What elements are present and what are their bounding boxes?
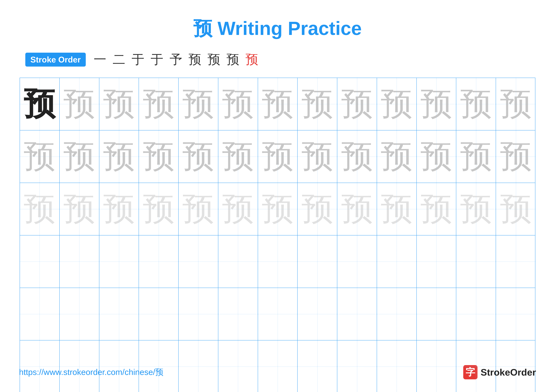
cell-2-5: 预 bbox=[179, 130, 218, 183]
cell-3-13: 预 bbox=[496, 183, 536, 235]
cell-3-4: 预 bbox=[139, 183, 179, 235]
footer-logo: 字 StrokeOrder bbox=[463, 365, 536, 379]
cell-4-5[interactable] bbox=[179, 235, 218, 288]
stroke-sequence: 一 二 于 于 予 预 预 预 预 bbox=[94, 51, 258, 68]
cell-2-6: 预 bbox=[218, 130, 258, 183]
cell-3-5: 预 bbox=[179, 183, 218, 235]
stroke-order-badge: Stroke Order bbox=[25, 53, 86, 67]
strokeorder-logo-text: StrokeOrder bbox=[481, 367, 536, 378]
cell-5-10[interactable] bbox=[377, 288, 417, 340]
cell-5-5[interactable] bbox=[179, 288, 218, 340]
page: 预 Writing Practice Stroke Order 一 二 于 于 … bbox=[0, 0, 555, 392]
cell-2-3: 预 bbox=[99, 130, 139, 183]
grid-row-2: 预 预 预 预 预 预 预 预 预 预 预 预 预 bbox=[20, 130, 535, 183]
cell-2-2: 预 bbox=[60, 130, 99, 183]
cell-1-5: 预 bbox=[179, 78, 218, 130]
cell-1-7: 预 bbox=[258, 78, 298, 130]
grid-row-3: 预 预 预 预 预 预 预 预 预 预 预 预 预 bbox=[20, 183, 535, 235]
cell-4-11[interactable] bbox=[417, 235, 456, 288]
grid-row-4 bbox=[20, 235, 535, 288]
cell-3-7: 预 bbox=[258, 183, 298, 235]
cell-3-6: 预 bbox=[218, 183, 258, 235]
cell-4-13[interactable] bbox=[496, 235, 536, 288]
cell-5-6[interactable] bbox=[218, 288, 258, 340]
cell-2-11: 预 bbox=[417, 130, 456, 183]
page-title: 预 Writing Practice bbox=[193, 16, 362, 42]
cell-3-8: 预 bbox=[298, 183, 337, 235]
cell-5-3[interactable] bbox=[99, 288, 139, 340]
stroke-4: 于 bbox=[151, 51, 163, 68]
cell-2-7: 预 bbox=[258, 130, 298, 183]
stroke-5: 予 bbox=[170, 51, 182, 68]
cell-5-13[interactable] bbox=[496, 288, 536, 340]
cell-1-11: 预 bbox=[417, 78, 456, 130]
cell-4-10[interactable] bbox=[377, 235, 417, 288]
cell-3-2: 预 bbox=[60, 183, 99, 235]
cell-2-12: 预 bbox=[456, 130, 496, 183]
cell-1-6: 预 bbox=[218, 78, 258, 130]
stroke-order-row: Stroke Order 一 二 于 于 予 预 预 预 预 bbox=[19, 51, 536, 68]
cell-3-10: 预 bbox=[377, 183, 417, 235]
cell-4-3[interactable] bbox=[99, 235, 139, 288]
cell-1-4: 预 bbox=[139, 78, 179, 130]
stroke-8: 预 bbox=[226, 51, 239, 68]
cell-4-8[interactable] bbox=[298, 235, 337, 288]
practice-grid: 预 预 预 预 预 预 预 预 预 预 预 预 预 预 预 预 预 预 预 预 … bbox=[20, 78, 535, 392]
cell-4-7[interactable] bbox=[258, 235, 298, 288]
cell-5-2[interactable] bbox=[60, 288, 99, 340]
stroke-7: 预 bbox=[208, 51, 220, 68]
stroke-1: 一 bbox=[94, 51, 106, 68]
cell-1-8: 预 bbox=[298, 78, 337, 130]
cell-3-1: 预 bbox=[20, 183, 60, 235]
stroke-2: 二 bbox=[113, 51, 125, 68]
cell-4-12[interactable] bbox=[456, 235, 496, 288]
cell-1-13: 预 bbox=[496, 78, 536, 130]
cell-4-9[interactable] bbox=[337, 235, 377, 288]
cell-4-2[interactable] bbox=[60, 235, 99, 288]
cell-4-1[interactable] bbox=[20, 235, 60, 288]
stroke-6: 预 bbox=[189, 51, 201, 68]
grid-row-1: 预 预 预 预 预 预 预 预 预 预 预 预 预 bbox=[20, 78, 535, 130]
cell-1-9: 预 bbox=[337, 78, 377, 130]
cell-1-2: 预 bbox=[60, 78, 99, 130]
stroke-9-final: 预 bbox=[246, 51, 258, 68]
char-solid: 预 bbox=[24, 88, 55, 120]
cell-5-8[interactable] bbox=[298, 288, 337, 340]
cell-4-6[interactable] bbox=[218, 235, 258, 288]
cell-3-9: 预 bbox=[337, 183, 377, 235]
cell-5-1[interactable] bbox=[20, 288, 60, 340]
cell-2-1: 预 bbox=[20, 130, 60, 183]
cell-5-9[interactable] bbox=[337, 288, 377, 340]
cell-2-10: 预 bbox=[377, 130, 417, 183]
stroke-3: 于 bbox=[132, 51, 144, 68]
cell-1-12: 预 bbox=[456, 78, 496, 130]
footer-url[interactable]: https://www.strokeorder.com/chinese/预 bbox=[19, 367, 163, 378]
cell-1-10: 预 bbox=[377, 78, 417, 130]
cell-3-3: 预 bbox=[99, 183, 139, 235]
cell-4-4[interactable] bbox=[139, 235, 179, 288]
cell-5-7[interactable] bbox=[258, 288, 298, 340]
cell-1-1: 预 bbox=[20, 78, 60, 130]
cell-1-3: 预 bbox=[99, 78, 139, 130]
cell-5-11[interactable] bbox=[417, 288, 456, 340]
cell-2-4: 预 bbox=[139, 130, 179, 183]
grid-row-5 bbox=[20, 288, 535, 341]
cell-2-9: 预 bbox=[337, 130, 377, 183]
cell-2-8: 预 bbox=[298, 130, 337, 183]
strokeorder-logo-icon: 字 bbox=[463, 365, 477, 379]
cell-3-11: 预 bbox=[417, 183, 456, 235]
cell-3-12: 预 bbox=[456, 183, 496, 235]
cell-2-13: 预 bbox=[496, 130, 536, 183]
char-guide: 预 bbox=[63, 88, 95, 120]
cell-5-4[interactable] bbox=[139, 288, 179, 340]
cell-5-12[interactable] bbox=[456, 288, 496, 340]
